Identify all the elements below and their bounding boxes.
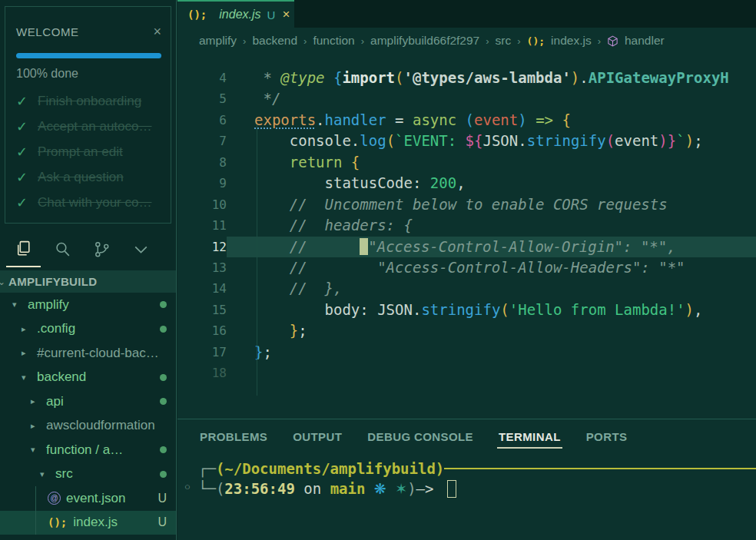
code-line-content[interactable]: return { <box>227 152 756 173</box>
welcome-task[interactable]: ✓Ask a question <box>16 164 161 190</box>
code-line-content[interactable]: console.log(`EVENT: ${JSON.stringify(eve… <box>227 131 756 151</box>
breadcrumb-item[interactable]: handler <box>625 34 665 48</box>
breadcrumb-item[interactable]: index.js <box>551 34 592 48</box>
chevron-right-icon: ▸ <box>20 348 37 358</box>
code-editor[interactable]: 4 * @type {import('@types/aws-lambda').A… <box>177 54 756 418</box>
tree-item-label: #current-cloud-bac… <box>37 346 159 361</box>
close-icon[interactable]: × <box>153 24 161 40</box>
breadcrumb-item[interactable]: amplifybuild66f2f297 <box>370 34 479 48</box>
code-line-content[interactable]: statusCode: 200, <box>227 173 756 194</box>
tree-item-amplify[interactable]: ▾amplify <box>0 293 176 317</box>
prompt-rule <box>444 468 756 469</box>
welcome-task[interactable]: ✓Chat with your co… <box>16 190 161 215</box>
tree-item-api[interactable]: ▸api <box>0 389 176 414</box>
chevron-down-icon: ⌄ <box>0 277 5 287</box>
code-token: ) <box>685 132 694 149</box>
panel-tab-terminal[interactable]: TERMINAL <box>499 430 561 443</box>
search-icon[interactable] <box>45 230 80 267</box>
code-token: ${ <box>466 132 483 149</box>
code-line: 14 // }, <box>177 278 756 299</box>
code-line-content[interactable]: }; <box>227 342 756 363</box>
line-number: 16 <box>177 320 227 341</box>
file-tree: ▾amplify▸.config▸#current-cloud-bac…▾bac… <box>0 293 176 535</box>
tree-item-label: api <box>46 394 64 409</box>
source-control-icon[interactable] <box>85 230 119 267</box>
code-line-content[interactable] <box>227 363 756 383</box>
code-token: ; <box>298 322 307 339</box>
explorer-root-label: AMPLIFYBUILD <box>8 275 97 288</box>
breadcrumb-item[interactable]: function <box>313 34 354 48</box>
code-line-content[interactable]: */ <box>227 88 756 109</box>
line-number: 5 <box>177 88 227 109</box>
tree-item-index.js[interactable]: ();index.jsU <box>0 511 176 535</box>
code-line-content[interactable]: // Uncomment below to enable CORS reques… <box>227 194 756 215</box>
code-line-content[interactable]: // "Access-Control-Allow-Origin": "*", <box>227 237 756 257</box>
panel-tab-ports[interactable]: PORTS <box>586 430 628 443</box>
welcome-task[interactable]: ✓Accept an autoco… <box>16 114 161 139</box>
json-file-icon: @ <box>48 492 61 505</box>
tree-item-label: src <box>55 466 73 482</box>
code-token: . <box>579 69 588 86</box>
breadcrumb: amplify›backend›function›amplifybuild66f… <box>177 28 756 54</box>
progress-bar <box>16 53 161 58</box>
modified-dot-badge <box>160 398 167 405</box>
code-token: event <box>474 111 518 128</box>
breadcrumb-item[interactable]: amplify <box>199 34 237 48</box>
untracked-badge: U <box>158 515 167 529</box>
code-token: ; <box>263 343 271 360</box>
code-token: statusCode <box>254 174 413 191</box>
code-line-content[interactable]: body: JSON.stringify('Hello from Lambda!… <box>227 300 756 320</box>
terminal-token: └─ <box>198 480 216 497</box>
tree-item-backend[interactable]: ▾backend <box>0 366 176 390</box>
breadcrumb-separator-icon: › <box>598 35 601 47</box>
code-line-content[interactable]: // }, <box>227 278 756 299</box>
code-token: return <box>290 154 343 171</box>
code-token: ` <box>676 132 685 149</box>
code-line-content[interactable]: // headers: { <box>227 215 756 236</box>
terminal[interactable]: ┌─(~/Documents/amplifybuild)└─(23:56:49 … <box>177 453 756 499</box>
check-icon: ✓ <box>16 169 28 186</box>
check-icon: ✓ <box>16 144 28 161</box>
line-number: 6 <box>177 110 227 131</box>
tree-item-function---a-[interactable]: ▾function / a… <box>0 438 176 462</box>
code-line-content[interactable]: }; <box>227 320 756 341</box>
panel-tab-problems[interactable]: PROBLEMS <box>200 430 267 443</box>
tree-item--current-cloud-bac-[interactable]: ▸#current-cloud-bac… <box>0 341 176 366</box>
close-icon[interactable]: × <box>282 7 290 22</box>
chevron-down-icon: ▾ <box>20 373 37 383</box>
tab-index-js[interactable]: (); index.js U × <box>177 0 294 28</box>
explorer-files-icon[interactable] <box>6 230 41 267</box>
tree-item-awscloudformation[interactable]: ▸awscloudformation <box>0 414 176 439</box>
vscode-window: WELCOME × 100% done ✓Finish onboarding✓A… <box>0 0 756 540</box>
code-token: import <box>342 69 395 86</box>
welcome-task[interactable]: ✓Prompt an edit <box>16 139 161 164</box>
code-token: */ <box>254 90 280 107</box>
welcome-task[interactable]: ✓Finish onboarding <box>16 88 161 114</box>
tree-item-label: awscloudformation <box>46 418 155 433</box>
tree-item-.config[interactable]: ▸.config <box>0 317 176 342</box>
terminal-token: (~/Documents/amplifybuild) <box>216 460 444 477</box>
panel-tab-output[interactable]: OUTPUT <box>293 430 342 443</box>
code-token: body <box>254 301 360 318</box>
code-line-content[interactable]: * @type {import('@types/aws-lambda').API… <box>227 68 756 88</box>
code-token: @type <box>280 69 333 86</box>
code-line: 17}; <box>177 342 756 363</box>
code-line-content[interactable]: exports.handler = async (event) => { <box>227 110 756 131</box>
panel-tab-debug-console[interactable]: DEBUG CONSOLE <box>367 430 473 443</box>
panels-chevron-icon[interactable] <box>124 230 158 267</box>
code-token: // headers: { <box>254 217 413 234</box>
breadcrumb-item[interactable]: src <box>496 34 512 48</box>
panel-tab-bar: PROBLEMSOUTPUTDEBUG CONSOLETERMINALPORTS <box>177 419 756 453</box>
task-label: Finish onboarding <box>38 94 141 109</box>
tree-item-src[interactable]: ▾src <box>0 462 176 487</box>
line-number: 18 <box>177 363 227 383</box>
tree-item-label: amplify <box>28 297 69 313</box>
code-token: JSON <box>377 301 413 318</box>
code-line-content[interactable]: // "Access-Control-Allow-Headers": "*" <box>227 257 756 278</box>
tree-item-label: .config <box>37 321 75 336</box>
explorer-section-header[interactable]: ⌄ AMPLIFYBUILD <box>0 270 176 293</box>
code-line: 13 // "Access-Control-Allow-Headers": "*… <box>177 257 756 278</box>
tree-item-event.json[interactable]: @event.jsonU <box>0 486 176 511</box>
breadcrumb-item[interactable]: backend <box>252 34 297 48</box>
chevron-down-icon: ▾ <box>38 469 55 479</box>
